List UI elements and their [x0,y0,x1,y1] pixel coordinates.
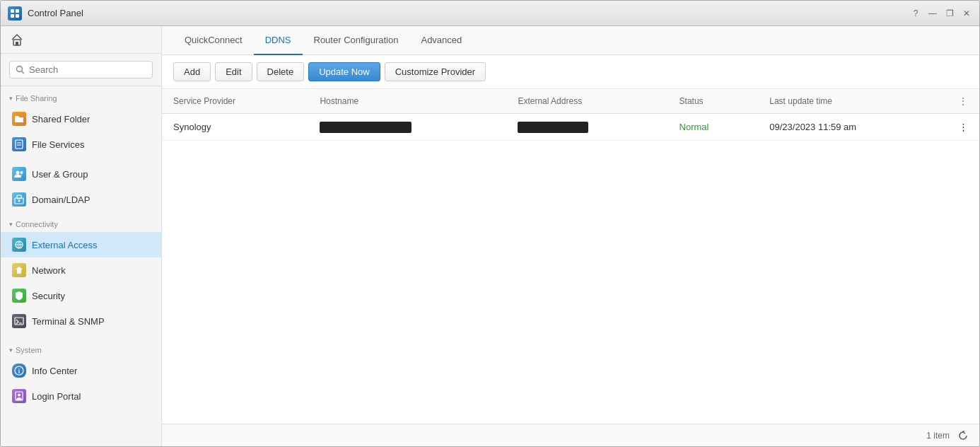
sidebar-item-external-access[interactable]: External Access [1,232,161,257]
svg-rect-8 [16,140,23,149]
svg-point-12 [21,171,23,174]
login-portal-label: Login Portal [32,391,81,402]
minimize-button[interactable]: — [927,8,938,19]
titlebar: Control Panel ? — ❐ ✕ [1,1,979,26]
svg-rect-2 [11,14,14,18]
sidebar-item-shared-folder[interactable]: Shared Folder [1,106,161,132]
domain-icon [12,192,26,207]
close-button[interactable]: ✕ [961,8,972,19]
external-access-icon [12,238,26,252]
content-area: QuickConnect DDNS Router Configuration A… [162,26,979,446]
section-file-sharing-header[interactable]: ▾ File Sharing [1,91,161,106]
chevron-connectivity-icon: ▾ [9,221,13,228]
user-group-label: User & Group [32,169,88,180]
item-count: 1 item [926,431,950,441]
sidebar-item-network[interactable]: Network [1,257,161,283]
section-connectivity: ▾ Connectivity External Access [1,212,161,338]
sidebar-search-area [1,54,161,86]
svg-line-7 [22,71,25,74]
help-button[interactable]: ? [910,8,921,19]
info-center-label: Info Center [32,366,77,376]
col-header-actions: ⋮ [947,89,979,114]
search-icon [16,65,25,74]
section-connectivity-label: Connectivity [16,220,58,228]
sidebar-item-info-center[interactable]: i Info Center [1,358,161,383]
search-box[interactable] [9,61,153,79]
search-input[interactable] [29,64,146,75]
terminal-snmp-label: Terminal & SNMP [32,316,105,327]
section-file-sharing: ▾ File Sharing Shared Folder File Servic… [1,86,161,161]
sidebar-item-domain-ldap[interactable]: Domain/LDAP [1,187,161,212]
status-badge: Normal [679,122,709,132]
shared-folder-label: Shared Folder [32,114,90,124]
external-address-redacted [518,122,588,133]
file-services-label: File Services [32,139,84,150]
section-connectivity-header[interactable]: ▾ Connectivity [1,216,161,232]
svg-point-6 [17,66,23,72]
folder-icon [12,112,26,126]
refresh-button[interactable] [955,428,971,443]
delete-button[interactable]: Delete [257,62,305,81]
customize-provider-button[interactable]: Customize Provider [385,62,486,81]
user-group-icon [12,167,26,181]
hostname-redacted [320,122,412,133]
sidebar: ▾ File Sharing Shared Folder File Servic… [1,26,162,446]
cell-actions[interactable]: ⋮ [947,114,979,141]
table-row[interactable]: Synology Normal 09/23/2023 11:59 am [162,114,979,141]
network-icon [12,263,26,277]
tab-router-configuration[interactable]: Router Configuration [303,26,410,55]
sidebar-item-terminal-snmp[interactable]: Terminal & SNMP [1,308,161,334]
main-layout: ▾ File Sharing Shared Folder File Servic… [1,26,979,446]
security-label: Security [32,291,65,301]
chevron-system-icon: ▾ [9,347,13,354]
window-title: Control Panel [28,8,910,18]
col-header-status: Status [668,89,759,114]
col-header-hostname: Hostname [308,89,506,114]
section-system: ▾ System i Info Center [1,338,161,413]
cell-service-provider: Synology [162,114,308,141]
svg-rect-3 [16,14,19,18]
cell-hostname [308,114,506,141]
file-services-icon [12,137,26,151]
chevron-icon: ▾ [9,95,13,102]
footer: 1 item [162,424,979,446]
update-now-button[interactable]: Update Now [308,62,380,81]
section-system-label: System [16,346,42,354]
cell-external-address [506,114,667,141]
col-header-service-provider: Service Provider [162,89,308,114]
col-header-external-address: External Address [506,89,667,114]
control-panel-window: Control Panel ? — ❐ ✕ [0,0,980,447]
tab-advanced[interactable]: Advanced [409,26,473,55]
sidebar-item-file-services[interactable]: File Services [1,132,161,157]
svg-rect-5 [16,42,18,45]
svg-text:i: i [18,368,21,375]
window-controls: ? — ❐ ✕ [910,8,972,19]
tab-quickconnect[interactable]: QuickConnect [173,26,254,55]
terminal-icon [12,314,26,328]
home-button[interactable] [1,26,161,54]
edit-button[interactable]: Edit [215,62,252,81]
security-icon [12,289,26,303]
tab-ddns[interactable]: DDNS [254,26,303,55]
cell-last-update: 09/23/2023 11:59 am [758,114,947,141]
sidebar-item-login-portal[interactable]: Login Portal [1,383,161,409]
add-button[interactable]: Add [173,62,211,81]
network-label: Network [32,265,66,276]
svg-point-15 [18,200,21,202]
maximize-button[interactable]: ❐ [944,8,955,19]
toolbar: Add Edit Delete Update Now Customize Pro… [162,55,979,89]
sidebar-item-user-group[interactable]: User & Group [1,161,161,187]
info-center-icon: i [12,364,26,378]
app-icon [8,6,22,21]
svg-rect-0 [11,9,14,13]
section-system-header[interactable]: ▾ System [1,342,161,358]
login-portal-icon [12,389,26,403]
cell-status: Normal [668,114,759,141]
svg-point-22 [18,394,21,397]
home-icon [9,32,25,47]
svg-rect-1 [16,9,19,13]
ddns-table: Service Provider Hostname External Addre… [162,89,979,141]
domain-ldap-label: Domain/LDAP [32,195,90,205]
external-access-label: External Access [32,240,98,250]
sidebar-item-security[interactable]: Security [1,283,161,308]
